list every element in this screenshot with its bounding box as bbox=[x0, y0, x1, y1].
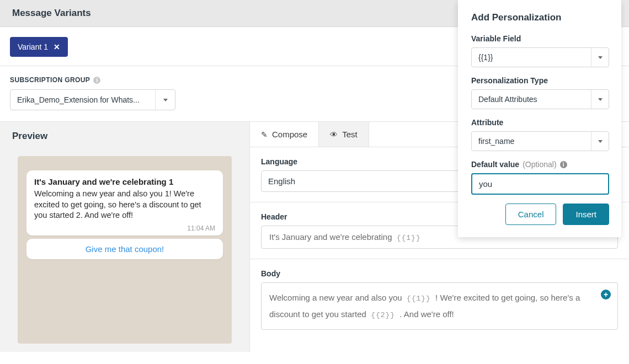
add-personalization-icon[interactable]: + bbox=[601, 290, 611, 299]
insert-button[interactable]: Insert bbox=[563, 204, 609, 225]
personalization-type-label: Personalization Type bbox=[471, 76, 609, 85]
default-value-label-text: Default value bbox=[471, 160, 519, 169]
subscription-group-value: Erika_Demo_Extension for Whats... bbox=[10, 90, 155, 110]
attribute-label: Attribute bbox=[471, 118, 609, 127]
chevron-down-icon bbox=[591, 48, 609, 67]
variable-field-value: {{1}} bbox=[472, 48, 591, 67]
attribute-value: first_name bbox=[472, 132, 591, 151]
subscription-group-label-text: SUBSCRIPTION GROUP bbox=[10, 76, 90, 84]
preview-canvas: It's January and we're celebrating 1 Wel… bbox=[18, 156, 232, 344]
body-field: Body Welcoming a new year and also you {… bbox=[261, 269, 618, 330]
preview-message-title: It's January and we're celebrating 1 bbox=[34, 177, 215, 186]
cancel-button[interactable]: Cancel bbox=[505, 204, 557, 225]
personalization-panel: Add Personalization Variable Field {{1}}… bbox=[458, 0, 621, 237]
default-value-label: Default value (Optional) i bbox=[471, 160, 609, 169]
body-label: Body bbox=[261, 269, 618, 278]
body-seg1: Welcoming a new year and also you bbox=[269, 293, 404, 302]
preview-message-time: 11:04 AM bbox=[34, 224, 215, 232]
chevron-down-icon bbox=[155, 90, 175, 110]
body-input[interactable]: Welcoming a new year and also you {{1}} … bbox=[261, 282, 618, 330]
preview-pane: Preview It's January and we're celebrati… bbox=[0, 121, 249, 352]
info-icon[interactable]: i bbox=[93, 77, 100, 84]
header-placeholder-1[interactable]: {{1}} bbox=[395, 234, 423, 242]
divider bbox=[250, 259, 629, 259]
pencil-icon: ✎ bbox=[261, 130, 268, 139]
variable-field-select[interactable]: {{1}} bbox=[471, 47, 609, 67]
tab-test[interactable]: 👁 Test bbox=[319, 122, 369, 147]
personalization-type-value: Default Attributes bbox=[472, 90, 591, 109]
attribute-select[interactable]: first_name bbox=[471, 131, 609, 151]
info-icon[interactable]: i bbox=[560, 161, 567, 168]
panel-title: Add Personalization bbox=[471, 12, 609, 23]
header-text: It's January and we're celebrating bbox=[269, 232, 395, 242]
tab-test-label: Test bbox=[342, 130, 358, 139]
default-value-optional: (Optional) bbox=[523, 160, 556, 169]
tab-compose-label: Compose bbox=[272, 130, 307, 139]
eye-icon: 👁 bbox=[330, 130, 338, 139]
chevron-down-icon bbox=[591, 132, 609, 151]
subscription-group-select[interactable]: Erika_Demo_Extension for Whats... bbox=[10, 89, 175, 110]
preview-message-body: Welcoming a new year and also you 1! We'… bbox=[34, 189, 215, 221]
personalization-type-select[interactable]: Default Attributes bbox=[471, 89, 609, 109]
tab-compose[interactable]: ✎ Compose bbox=[250, 122, 319, 147]
variable-field-label: Variable Field bbox=[471, 34, 609, 43]
variant-pill[interactable]: Variant 1 ✕ bbox=[10, 37, 68, 57]
preview-message-bubble: It's January and we're celebrating 1 Wel… bbox=[26, 170, 223, 235]
variant-label: Variant 1 bbox=[18, 42, 48, 51]
close-icon[interactable]: ✕ bbox=[54, 42, 60, 51]
body-placeholder-1[interactable]: {{1}} bbox=[404, 295, 433, 303]
default-value-input[interactable] bbox=[471, 173, 609, 195]
body-seg3: . And we're off! bbox=[397, 309, 454, 319]
chevron-down-icon bbox=[591, 90, 609, 109]
preview-message-cta[interactable]: Give me that coupon! bbox=[26, 239, 223, 259]
body-placeholder-2[interactable]: {{2}} bbox=[369, 311, 397, 319]
preview-heading: Preview bbox=[0, 122, 249, 151]
